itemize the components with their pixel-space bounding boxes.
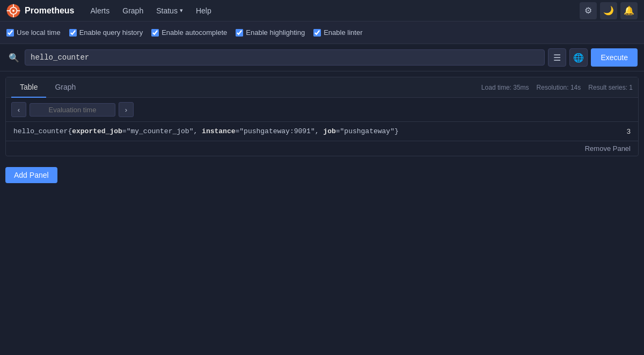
table-row: hello_counter{exported_job="my_counter_j… xyxy=(6,122,638,141)
globe-icon: 🌐 xyxy=(573,53,584,63)
result-value: 3 xyxy=(627,127,631,135)
moon-icon: 🌙 xyxy=(603,5,614,16)
enable-query-history-label: Enable query history xyxy=(79,28,143,37)
enable-autocomplete-label: Enable autocomplete xyxy=(162,28,227,37)
enable-autocomplete-checkbox[interactable]: Enable autocomplete xyxy=(151,28,227,37)
result-metric: hello_counter{exported_job="my_counter_j… xyxy=(13,127,399,135)
tab-graph[interactable]: Graph xyxy=(46,77,84,98)
use-local-time-checkbox[interactable]: Use local time xyxy=(6,28,61,37)
search-icon: 🔍 xyxy=(6,53,21,63)
theme-button[interactable]: 🌙 xyxy=(600,2,617,19)
navbar: Prometheus Alerts Graph Status Help ⚙ 🌙 … xyxy=(0,0,644,21)
toolbar: Use local time Enable query history Enab… xyxy=(0,21,644,44)
notification-button[interactable]: 🔔 xyxy=(620,2,638,19)
brand: Prometheus xyxy=(6,4,74,18)
load-time: Load time: 35ms xyxy=(481,84,529,91)
query-input[interactable] xyxy=(25,49,545,66)
remove-panel-row: Remove Panel xyxy=(6,141,638,156)
enable-highlighting-checkbox[interactable]: Enable highlighting xyxy=(236,28,305,37)
results-panel: Table Graph Load time: 35ms Resolution: … xyxy=(5,77,639,156)
enable-linter-label: Enable linter xyxy=(324,28,362,37)
left-arrow-icon: ‹ xyxy=(18,106,20,114)
nav-right: ⚙ 🌙 🔔 xyxy=(580,2,638,19)
next-time-button[interactable]: › xyxy=(119,102,134,117)
status-link[interactable]: Status xyxy=(151,3,188,18)
nav-links: Alerts Graph Status Help xyxy=(85,3,580,18)
resolution: Resolution: 14s xyxy=(537,84,581,91)
format-button[interactable]: ☰ xyxy=(548,48,566,67)
result-series: Result series: 1 xyxy=(588,84,633,91)
right-arrow-icon: › xyxy=(125,106,127,114)
remove-panel-button[interactable]: Remove Panel xyxy=(585,144,631,153)
bell-icon: 🔔 xyxy=(624,5,634,16)
enable-highlighting-label: Enable highlighting xyxy=(246,28,305,37)
prometheus-logo xyxy=(6,4,20,18)
alerts-link[interactable]: Alerts xyxy=(85,3,115,18)
panel-meta: Load time: 35ms Resolution: 14s Result s… xyxy=(481,84,633,91)
svg-point-2 xyxy=(12,10,14,12)
settings-icon: ⚙ xyxy=(584,5,592,16)
execute-button[interactable]: Execute xyxy=(591,48,638,67)
panel-tabs: Table Graph Load time: 35ms Resolution: … xyxy=(6,77,638,98)
settings-button[interactable]: ⚙ xyxy=(580,2,597,19)
eval-time-input[interactable] xyxy=(30,103,115,117)
enable-query-history-checkbox[interactable]: Enable query history xyxy=(69,28,143,37)
list-icon: ☰ xyxy=(553,53,561,63)
use-local-time-label: Use local time xyxy=(17,28,61,37)
enable-linter-checkbox[interactable]: Enable linter xyxy=(313,28,362,37)
prev-time-button[interactable]: ‹ xyxy=(11,102,26,117)
eval-time-row: ‹ › xyxy=(6,98,638,122)
globe-button[interactable]: 🌐 xyxy=(569,48,588,67)
help-link[interactable]: Help xyxy=(191,3,217,18)
query-bar: 🔍 ☰ 🌐 Execute xyxy=(0,44,644,71)
tab-table[interactable]: Table xyxy=(11,77,46,98)
add-panel-button[interactable]: Add Panel xyxy=(5,167,57,183)
brand-name: Prometheus xyxy=(25,6,74,16)
graph-link[interactable]: Graph xyxy=(117,3,149,18)
